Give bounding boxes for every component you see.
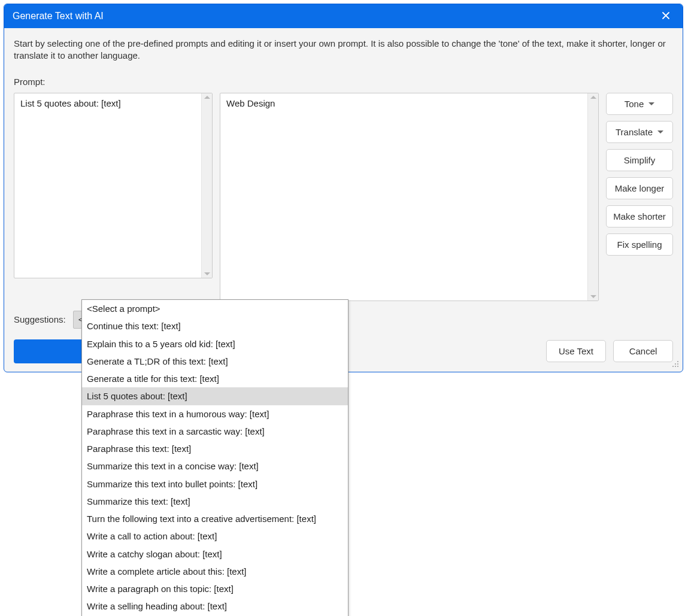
prompt-scrollbar[interactable] xyxy=(201,93,212,278)
tone-button[interactable]: Tone xyxy=(606,93,673,115)
scroll-down-icon xyxy=(204,272,210,275)
dropdown-item[interactable]: Turn the following text into a creative … xyxy=(82,510,348,527)
scroll-up-icon xyxy=(204,96,210,99)
dropdown-item[interactable]: Summarize this text: [text] xyxy=(82,493,348,510)
close-icon xyxy=(661,11,671,22)
output-scrollbar[interactable] xyxy=(587,93,598,301)
svg-point-5 xyxy=(677,366,678,367)
suggestions-label: Suggestions: xyxy=(14,314,66,324)
left-column: List 5 quotes about: [text] xyxy=(14,93,213,278)
svg-point-1 xyxy=(675,363,676,365)
main-row: List 5 quotes about: [text] Web Design T… xyxy=(14,93,673,301)
cancel-button[interactable]: Cancel xyxy=(613,340,673,362)
dropdown-item[interactable]: Write a selling heading about: [text] xyxy=(82,597,348,615)
make-longer-button[interactable]: Make longer xyxy=(606,177,673,199)
output-textarea[interactable]: Web Design xyxy=(220,93,587,301)
dropdown-item[interactable]: Explain this to a 5 years old kid: [text… xyxy=(82,335,348,353)
tone-label: Tone xyxy=(625,99,644,109)
prompt-textarea[interactable]: List 5 quotes about: [text] xyxy=(14,93,201,278)
dropdown-item[interactable]: Write a call to action about: [text] xyxy=(82,527,348,545)
prompt-label: Prompt: xyxy=(14,77,673,87)
scroll-down-icon xyxy=(590,295,596,298)
dropdown-item[interactable]: Generate a TL;DR of this text: [text] xyxy=(82,353,348,370)
resize-grip[interactable] xyxy=(672,360,679,369)
intro-text: Start by selecting one of the pre-define… xyxy=(14,38,673,62)
dropdown-item[interactable]: <Select a prompt> xyxy=(82,300,348,317)
prompt-textarea-wrap: List 5 quotes about: [text] xyxy=(14,93,213,278)
scroll-up-icon xyxy=(590,96,596,99)
output-textarea-wrap: Web Design xyxy=(220,93,599,301)
svg-point-4 xyxy=(675,366,676,367)
svg-point-2 xyxy=(677,363,678,365)
dropdown-item[interactable]: Paraphrase this text in a sarcastic way:… xyxy=(82,423,348,440)
dialog-title: Generate Text with AI xyxy=(13,11,104,22)
titlebar: Generate Text with AI xyxy=(4,4,683,28)
dropdown-item[interactable]: Summarize this text in a concise way: [t… xyxy=(82,457,348,475)
dropdown-item[interactable]: Generate a title for this text: [text] xyxy=(82,370,348,387)
footer-right: Use Text Cancel xyxy=(546,340,673,362)
translate-button[interactable]: Translate xyxy=(606,121,673,143)
dropdown-item[interactable]: Paraphrase this text in a humorous way: … xyxy=(82,405,348,423)
svg-point-3 xyxy=(672,366,674,367)
chevron-down-icon xyxy=(657,131,663,133)
suggestions-dropdown[interactable]: <Select a prompt>Continue this text: [te… xyxy=(81,299,348,616)
dropdown-item[interactable]: Write a complete article about this: [te… xyxy=(82,563,348,580)
fix-spelling-button[interactable]: Fix spelling xyxy=(606,233,673,256)
chevron-down-icon xyxy=(648,102,654,105)
dropdown-item[interactable]: Continue this text: [text] xyxy=(82,317,348,335)
translate-label: Translate xyxy=(616,127,653,137)
dropdown-item[interactable]: Paraphrase this text: [text] xyxy=(82,440,348,457)
dropdown-item[interactable]: List 5 quotes about: [text] xyxy=(82,387,348,405)
dropdown-item[interactable]: Summarize this text into bullet points: … xyxy=(82,475,348,493)
use-text-button[interactable]: Use Text xyxy=(546,340,606,362)
dropdown-item[interactable]: Write a catchy slogan about: [text] xyxy=(82,545,348,563)
svg-point-0 xyxy=(677,361,678,362)
dropdown-item[interactable]: Write a paragraph on this topic: [text] xyxy=(82,580,348,597)
close-button[interactable] xyxy=(657,8,674,25)
simplify-button[interactable]: Simplify xyxy=(606,149,673,171)
make-shorter-button[interactable]: Make shorter xyxy=(606,205,673,227)
sidebuttons: Tone Translate Simplify Make longer Make… xyxy=(606,93,673,256)
